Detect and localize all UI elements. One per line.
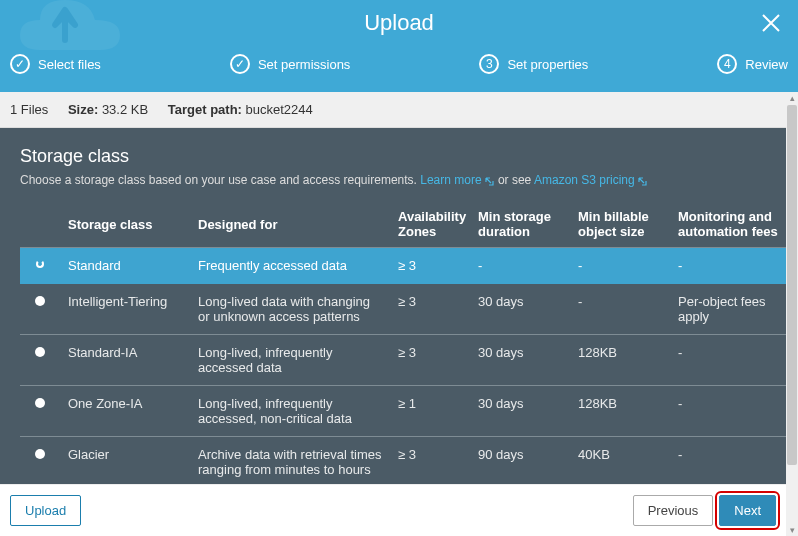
radio-cell[interactable]: [20, 248, 60, 284]
availability-zones: ≥ 3: [390, 335, 470, 386]
file-count: 1 Files: [10, 102, 48, 117]
col-radio: [20, 201, 60, 248]
step-set-properties[interactable]: 3 Set properties: [479, 54, 588, 74]
table-row[interactable]: Standard-IALong-lived, infrequently acce…: [20, 335, 786, 386]
panel-title: Storage class: [20, 146, 766, 167]
col-min-storage-duration: Min storage duration: [470, 201, 570, 248]
table-row[interactable]: GlacierArchive data with retrieval times…: [20, 437, 786, 488]
close-button[interactable]: [760, 12, 782, 38]
min-storage-duration: -: [470, 248, 570, 284]
step-number: 3: [479, 54, 499, 74]
radio-cell[interactable]: [20, 437, 60, 488]
min-billable-size: 128KB: [570, 335, 670, 386]
external-link-icon: [637, 176, 648, 187]
target-label: Target path:: [168, 102, 242, 117]
min-storage-duration: 30 days: [470, 284, 570, 335]
panel-description: Choose a storage class based on your use…: [20, 173, 766, 187]
link-label: Amazon S3 pricing: [534, 173, 635, 187]
step-number: 4: [717, 54, 737, 74]
availability-zones: ≥ 3: [390, 284, 470, 335]
link-label: Learn more: [420, 173, 481, 187]
min-storage-duration: 30 days: [470, 386, 570, 437]
size-label: Size:: [68, 102, 98, 117]
check-icon: [230, 54, 250, 74]
table-row[interactable]: One Zone-IALong-lived, infrequently acce…: [20, 386, 786, 437]
col-monitoring-fees: Monitoring and automation fees: [670, 201, 786, 248]
learn-more-link[interactable]: Learn more: [420, 173, 494, 187]
radio-cell[interactable]: [20, 335, 60, 386]
pricing-link[interactable]: Amazon S3 pricing: [534, 173, 648, 187]
dialog-header: Upload Select files Set permissions 3 Se…: [0, 0, 798, 92]
cloud-upload-icon: [10, 0, 140, 70]
step-label: Review: [745, 57, 788, 72]
panel-desc-text: or see: [495, 173, 534, 187]
step-review[interactable]: 4 Review: [717, 54, 788, 74]
vertical-scrollbar[interactable]: [786, 92, 798, 536]
step-label: Set properties: [507, 57, 588, 72]
dialog-footer: Upload Previous Next: [0, 484, 786, 536]
table-header-row: Storage class Designed for Availability …: [20, 201, 786, 248]
monitoring-fees: -: [670, 437, 786, 488]
designed-for: Long-lived, infrequently accessed data: [190, 335, 390, 386]
scrollbar-thumb[interactable]: [787, 105, 797, 465]
radio-icon: [35, 347, 45, 357]
external-link-icon: [484, 176, 495, 187]
storage-class-table: Storage class Designed for Availability …: [20, 201, 786, 488]
file-info-bar: 1 Files Size: 33.2 KB Target path: bucke…: [0, 92, 786, 128]
target-value: bucket2244: [246, 102, 313, 117]
monitoring-fees: -: [670, 386, 786, 437]
designed-for: Archive data with retrieval times rangin…: [190, 437, 390, 488]
table-row[interactable]: StandardFrequently accessed data≥ 3----: [20, 248, 786, 284]
min-storage-duration: 90 days: [470, 437, 570, 488]
next-button[interactable]: Next: [719, 495, 776, 526]
col-designed-for: Designed for: [190, 201, 390, 248]
table-row[interactable]: Intelligent-TieringLong-lived data with …: [20, 284, 786, 335]
designed-for: Long-lived, infrequently accessed, non-c…: [190, 386, 390, 437]
step-label: Set permissions: [258, 57, 350, 72]
storage-class-name: One Zone-IA: [60, 386, 190, 437]
step-set-permissions[interactable]: Set permissions: [230, 54, 350, 74]
storage-class-name: Intelligent-Tiering: [60, 284, 190, 335]
close-icon: [760, 12, 782, 34]
availability-zones: ≥ 3: [390, 437, 470, 488]
radio-icon: [35, 398, 45, 408]
monitoring-fees: -: [670, 248, 786, 284]
storage-class-name: Standard: [60, 248, 190, 284]
min-billable-size: 40KB: [570, 437, 670, 488]
col-min-billable-size: Min billable object size: [570, 201, 670, 248]
min-billable-size: -: [570, 248, 670, 284]
upload-button[interactable]: Upload: [10, 495, 81, 526]
size-value: 33.2 KB: [102, 102, 148, 117]
monitoring-fees: -: [670, 335, 786, 386]
storage-class-name: Standard-IA: [60, 335, 190, 386]
radio-icon: [35, 296, 45, 306]
panel-desc-text: Choose a storage class based on your use…: [20, 173, 420, 187]
designed-for: Frequently accessed data: [190, 248, 390, 284]
min-billable-size: -: [570, 284, 670, 335]
dialog-body: 1 Files Size: 33.2 KB Target path: bucke…: [0, 92, 798, 536]
radio-icon: [35, 449, 45, 459]
availability-zones: ≥ 1: [390, 386, 470, 437]
radio-icon: [36, 260, 44, 268]
availability-zones: ≥ 3: [390, 248, 470, 284]
radio-cell[interactable]: [20, 284, 60, 335]
storage-class-panel: Storage class Choose a storage class bas…: [0, 128, 786, 508]
min-storage-duration: 30 days: [470, 335, 570, 386]
col-storage-class: Storage class: [60, 201, 190, 248]
designed-for: Long-lived data with changing or unknown…: [190, 284, 390, 335]
min-billable-size: 128KB: [570, 386, 670, 437]
scroll-area: 1 Files Size: 33.2 KB Target path: bucke…: [0, 92, 786, 536]
radio-cell[interactable]: [20, 386, 60, 437]
col-availability-zones: Availability Zones: [390, 201, 470, 248]
monitoring-fees: Per-object fees apply: [670, 284, 786, 335]
storage-class-name: Glacier: [60, 437, 190, 488]
previous-button[interactable]: Previous: [633, 495, 714, 526]
